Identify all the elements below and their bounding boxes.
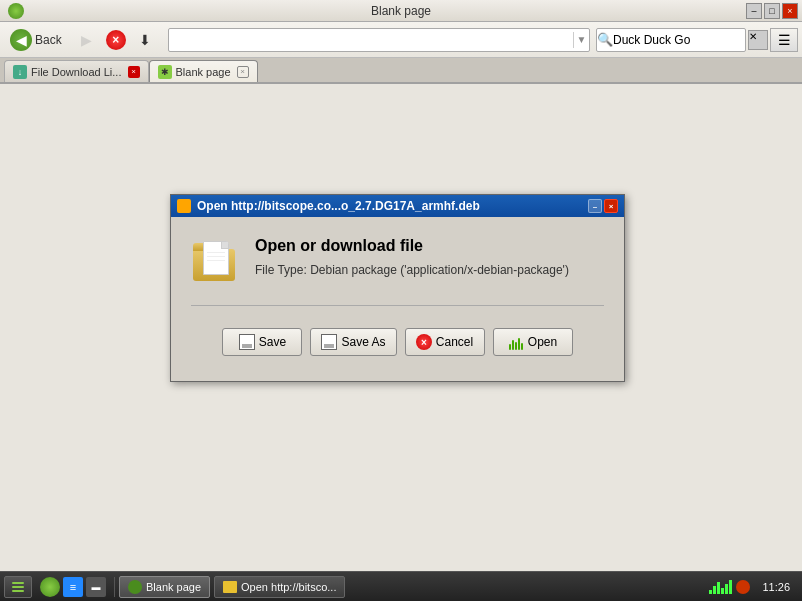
taskbar-clock: 11:26 [754,581,798,593]
taskbar-item-dialog[interactable]: Open http://bitsco... [214,576,345,598]
quick-launch-browser[interactable] [40,577,60,597]
save-label: Save [259,335,286,349]
browser-toolbar: ◀ Back ▶ × ⬇ ▼ 🔍 ✕ ☰ [0,22,802,58]
download-icon: ⬇ [134,29,156,51]
dialog-close-button[interactable]: × [604,199,618,213]
url-dropdown-icon[interactable]: ▼ [573,32,589,48]
dialog-body: Open or download file File Type: Debian … [171,217,624,381]
window-controls: – □ × [746,3,798,19]
tab-blank-page[interactable]: ✱ Blank page × [149,60,258,82]
tab-close-download[interactable]: × [128,66,140,78]
open-button[interactable]: Open [493,328,573,356]
tray-bar-1 [709,590,712,594]
paper-icon [203,241,229,275]
tab-label-download: File Download Li... [31,66,122,78]
taskbar-blank-label: Blank page [146,581,201,593]
taskbar: ≡ ▬ Blank page Open http://bitsco... [0,571,802,601]
browser-logo [8,3,24,19]
taskbar-item-blank-page[interactable]: Blank page [119,576,210,598]
back-icon: ◀ [10,29,32,51]
stop-button[interactable]: × [106,30,126,50]
quick-launch-terminal[interactable]: ▬ [86,577,106,597]
back-label: Back [35,33,62,47]
taskbar-dialog-icon [223,581,237,593]
search-bar-container: 🔍 [596,28,746,52]
tab-label-blank: Blank page [176,66,231,78]
search-input[interactable] [613,33,763,47]
tray-bar-4 [721,588,724,594]
save-icon [239,334,255,350]
close-button[interactable]: × [782,3,798,19]
tray-power-icon[interactable] [736,580,750,594]
tab-icon-blank: ✱ [158,65,172,79]
browser-window: Blank page – □ × ◀ Back ▶ × ⬇ ▼ 🔍 ✕ ☰ [0,0,802,601]
browser-title: Blank page [371,4,431,18]
dialog-buttons: Save Save As × Cancel [191,318,604,371]
browser-content: Open http://bitscope.co...o_2.7.DG17A_ar… [0,84,802,571]
open-icon [508,334,524,350]
tab-close-blank[interactable]: × [237,66,249,78]
taskbar-separator [114,577,115,597]
save-as-button[interactable]: Save As [310,328,396,356]
tray-bar-3 [717,582,720,594]
tray-bar-2 [713,586,716,594]
open-label: Open [528,335,557,349]
save-as-icon [321,334,337,350]
tray-chart [709,580,732,594]
quick-launch: ≡ ▬ [36,577,110,597]
tray-bar-6 [729,580,732,594]
cancel-label: Cancel [436,335,473,349]
file-icon [191,237,239,285]
dialog-title-icon [177,199,191,213]
system-tray [709,580,750,594]
minimize-button[interactable]: – [746,3,762,19]
dialog-win-controls: – × [588,199,618,213]
dialog-header: Open or download file File Type: Debian … [191,237,604,285]
tab-icon-download: ↓ [13,65,27,79]
back-button[interactable]: ◀ Back [4,26,68,54]
download-button[interactable]: ⬇ [128,26,162,54]
dialog-separator [191,305,604,306]
search-icon: 🔍 [597,32,613,47]
taskbar-dialog-label: Open http://bitsco... [241,581,336,593]
dialog-file-type: File Type: Debian package ('application/… [255,263,569,277]
quick-launch-files[interactable]: ≡ [63,577,83,597]
clear-search-button[interactable]: ✕ [748,30,768,50]
start-icon [12,582,24,592]
save-button[interactable]: Save [222,328,302,356]
tray-bar-5 [725,584,728,594]
dialog-titlebar: Open http://bitscope.co...o_2.7.DG17A_ar… [171,195,624,217]
dialog-minimize-button[interactable]: – [588,199,602,213]
dialog-info: Open or download file File Type: Debian … [255,237,569,277]
dialog-heading: Open or download file [255,237,569,255]
browser-titlebar: Blank page – □ × [0,0,802,22]
cancel-button[interactable]: × Cancel [405,328,485,356]
download-dialog: Open http://bitscope.co...o_2.7.DG17A_ar… [170,194,625,382]
forward-icon: ▶ [76,29,98,51]
tab-bar: ↓ File Download Li... × ✱ Blank page × [0,58,802,84]
cancel-icon: × [416,334,432,350]
maximize-button[interactable]: □ [764,3,780,19]
tab-file-download[interactable]: ↓ File Download Li... × [4,60,149,82]
url-bar-container: ▼ [168,28,590,52]
start-button[interactable] [4,576,32,598]
url-input[interactable] [169,33,573,47]
save-as-label: Save As [341,335,385,349]
dialog-title-text: Open http://bitscope.co...o_2.7.DG17A_ar… [197,199,588,213]
add-bookmark-button[interactable]: ☰ [770,28,798,52]
taskbar-blank-icon [128,580,142,594]
forward-button[interactable]: ▶ [70,26,104,54]
